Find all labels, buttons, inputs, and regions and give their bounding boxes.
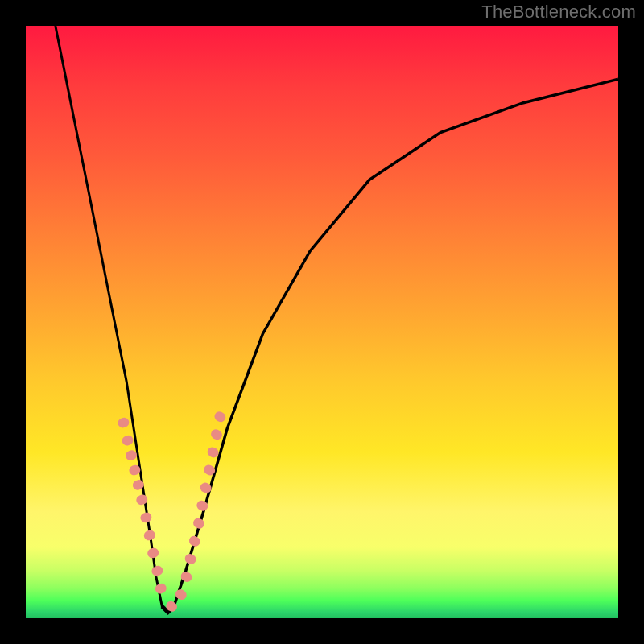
bead-point [188,535,202,548]
watermark-text: TheBottleneck.com [481,2,636,23]
bead-point [142,529,156,542]
bead-point [213,410,227,423]
bottleneck-curve-svg [26,26,618,618]
plot-area [26,26,618,618]
curve-group [56,26,618,613]
bead-point [192,517,206,530]
bead-point [135,493,149,506]
bead-point [121,434,134,447]
bead-point [147,547,160,559]
bead-point [117,416,130,429]
bead-point [151,564,164,577]
bead-cluster [117,410,228,613]
bead-point [139,511,153,524]
curve-right-arm [168,79,618,612]
bead-point [209,427,224,441]
bead-point [154,582,167,595]
bead-point [184,552,198,566]
curve-left-arm [56,26,168,613]
chart-frame: TheBottleneck.com [0,0,644,644]
